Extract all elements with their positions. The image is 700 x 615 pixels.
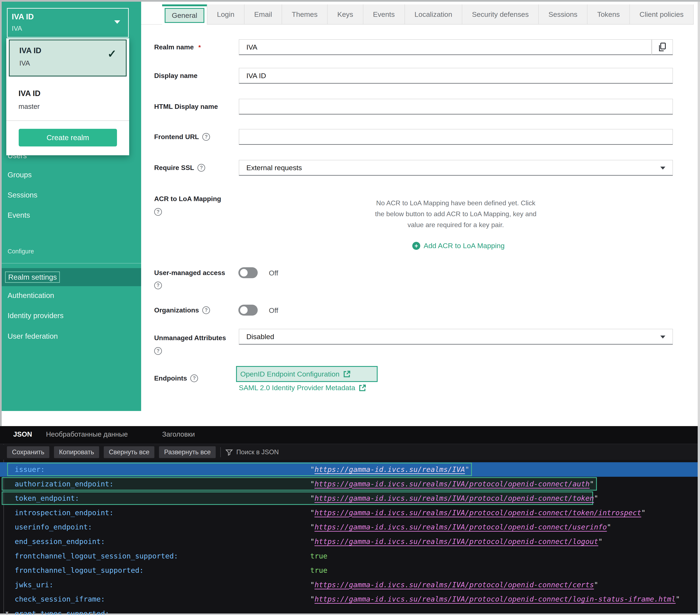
organizations-toggle[interactable] [238,305,258,316]
devtools-tab-raw-data[interactable]: Необработанные данные [46,430,128,438]
json-value: "https://gamma-id.ivcs.su/realms/IVA" [310,462,469,477]
json-key: introspection_endpoint: [15,505,114,520]
json-row-end-session-endpoint[interactable]: end_session_endpoint: "https://gamma-id.… [0,534,698,549]
sidebar-item-groups[interactable]: Groups [8,171,32,179]
json-key: userinfo_endpoint: [15,520,92,534]
devtools-tabbar: JSON Необработанные данные Заголовки [0,426,700,444]
tab-sessions[interactable]: Sessions [539,4,587,25]
help-icon[interactable]: ? [202,306,210,314]
quote: " [310,480,314,488]
tab-keys[interactable]: Keys [328,4,363,25]
menu-divider [6,120,129,121]
help-icon[interactable]: ? [154,347,162,355]
select-value: Disabled [246,333,274,341]
sidebar-item-authentication[interactable]: Authentication [8,291,54,300]
tab-events[interactable]: Events [363,4,405,25]
saml-metadata-link[interactable]: SAML 2.0 Identity Provider Metadata [239,384,366,392]
json-value: "https://gamma-id.ivcs.su/realms/IVA/pro… [310,505,646,520]
json-row-issuer[interactable]: issuer: "https://gamma-id.ivcs.su/realms… [0,462,698,477]
json-tree: issuer: "https://gamma-id.ivcs.su/realms… [0,462,698,615]
user-managed-access-label: User-managed access [154,269,225,277]
tab-tokens[interactable]: Tokens [587,4,630,25]
sidebar-item-sessions[interactable]: Sessions [8,191,37,199]
json-url-link[interactable]: https://gamma-id.ivcs.su/realms/IVA/prot… [314,508,641,517]
acr-empty-line: value are required for a key pair. [367,219,544,230]
quote: " [310,537,314,546]
save-button[interactable]: Сохранить [7,446,49,458]
json-row-check-session-iframe[interactable]: check_session_iframe: "https://gamma-id.… [0,592,698,606]
current-realm-display-name: IVA ID [12,12,34,21]
label-text: Require SSL [154,164,194,172]
quote: " [465,465,469,473]
json-value: "https://gamma-id.ivcs.su/realms/IVA/pro… [310,592,680,606]
tab-general[interactable]: General [162,4,207,25]
sidebar-item-events[interactable]: Events [8,211,30,219]
help-icon[interactable]: ? [190,374,198,382]
plus-circle-icon: + [412,242,420,250]
realm-name-input[interactable]: IVA [239,39,652,55]
html-display-name-input[interactable] [239,99,673,114]
tab-client-policies[interactable]: Client policies [630,4,694,25]
json-url-link[interactable]: https://gamma-id.ivcs.su/realms/IVA/prot… [314,523,607,531]
json-row-frontchannel-logout-supported[interactable]: frontchannel_logout_supported: true [0,563,698,578]
tab-login[interactable]: Login [207,4,245,25]
help-icon[interactable]: ? [197,164,205,172]
openid-endpoint-configuration-link[interactable]: OpenID Endpoint Configuration [236,366,378,382]
json-value: "https://gamma-id.ivcs.su/realms/IVA/pro… [310,491,598,505]
sidebar-item-user-federation[interactable]: User federation [8,332,58,340]
chevron-down-icon [660,335,665,339]
tab-email[interactable]: Email [245,4,282,25]
page-scrollbar[interactable] [698,0,700,426]
quote: " [310,595,314,603]
help-icon[interactable]: ? [154,208,162,216]
require-ssl-select[interactable]: External requests [239,160,673,176]
expand-all-button[interactable]: Развернуть все [159,446,216,458]
tab-localization[interactable]: Localization [405,4,462,25]
frontend-url-input[interactable] [239,129,673,145]
json-url-link[interactable]: https://gamma-id.ivcs.su/realms/IVA/prot… [314,595,675,603]
json-filter-input[interactable]: Поиск в JSON [225,448,279,456]
json-key: jwks_uri: [15,578,53,592]
json-row-frontchannel-logout-session-supported[interactable]: frontchannel_logout_session_supported: t… [0,549,698,563]
json-row-token-endpoint[interactable]: token_endpoint: "https://gamma-id.ivcs.s… [0,491,698,505]
json-url-link[interactable]: https://gamma-id.ivcs.su/realms/IVA/prot… [314,580,594,589]
json-url-link[interactable]: https://gamma-id.ivcs.su/realms/IVA/prot… [314,537,598,546]
add-acr-mapping-link[interactable]: + Add ACR to LoA Mapping [412,242,505,250]
expander-triangle-icon[interactable]: ▼ [5,606,9,615]
window-border-left [0,0,2,426]
copy-button[interactable]: Копировать [54,446,99,458]
realm-option-master[interactable]: IVA ID master [9,80,127,119]
json-url-link[interactable]: https://gamma-id.ivcs.su/realms/IVA [314,465,465,473]
unmanaged-attributes-select[interactable]: Disabled [239,329,673,345]
devtools-scrollbar[interactable] [698,426,700,615]
devtools-tab-headers[interactable]: Заголовки [162,430,195,438]
json-url-link[interactable]: https://gamma-id.ivcs.su/realms/IVA/prot… [314,494,594,502]
json-url-link[interactable]: https://gamma-id.ivcs.su/realms/IVA/prot… [314,480,589,488]
tab-security-defenses[interactable]: Security defenses [462,4,539,25]
realm-option-iva[interactable]: IVA ID IVA ✓ [9,39,127,76]
create-realm-button[interactable]: Create realm [19,129,117,146]
quote: " [598,537,602,546]
check-icon: ✓ [107,48,116,60]
sidebar-item-identity-providers[interactable]: Identity providers [8,311,64,320]
user-managed-access-toggle[interactable] [238,267,258,278]
json-row-userinfo-endpoint[interactable]: userinfo_endpoint: "https://gamma-id.ivc… [0,520,698,534]
label-text: Realm name [154,43,194,51]
json-key: end_session_endpoint: [15,534,105,549]
sidebar-item-realm-settings[interactable]: Realm settings [0,268,141,286]
devtools-toolbar: Сохранить Копировать Свернуть все Развер… [0,445,700,460]
help-icon[interactable]: ? [202,133,210,141]
display-name-input[interactable]: IVA ID [239,68,673,84]
external-link-icon [343,370,351,378]
acr-empty-line: the below button to add ACR to LoA Mappi… [367,208,544,219]
json-row-jwks-uri[interactable]: jwks_uri: "https://gamma-id.ivcs.su/real… [0,578,698,592]
help-icon[interactable]: ? [154,282,162,289]
copy-button[interactable] [652,39,673,55]
display-name-label: Display name [154,72,197,79]
realm-switcher-trigger[interactable]: IVA ID IVA [7,8,129,38]
json-row-introspection-endpoint[interactable]: introspection_endpoint: "https://gamma-i… [0,505,698,520]
collapse-all-button[interactable]: Свернуть все [104,446,154,458]
devtools-tab-json[interactable]: JSON [13,430,32,438]
tab-themes[interactable]: Themes [282,4,328,25]
json-row-authorization-endpoint[interactable]: authorization_endpoint: "https://gamma-i… [0,477,698,491]
